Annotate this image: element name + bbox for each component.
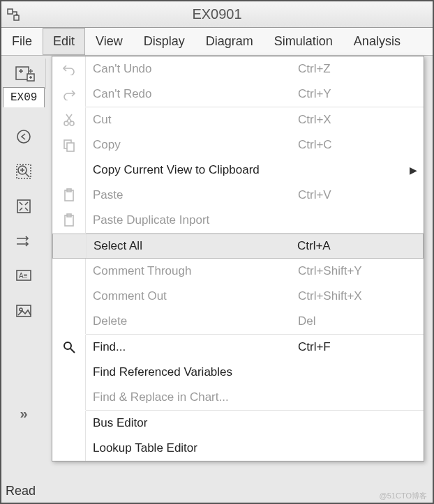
menu-item-shortcut: Ctrl+A: [297, 239, 402, 253]
annotation-icon[interactable]: A≡: [14, 266, 33, 286]
menu-analysis[interactable]: Analysis: [343, 28, 411, 55]
menu-item-shortcut: Ctrl+Y: [298, 87, 403, 101]
copy-icon: [52, 132, 86, 158]
status-text: Read: [6, 484, 36, 498]
svg-rect-15: [67, 143, 74, 151]
paste-icon: [52, 183, 86, 208]
expand-palette-icon[interactable]: »: [20, 406, 27, 422]
menu-item-label: Find Referenced Variables: [86, 365, 298, 379]
blank-icon: [52, 385, 86, 410]
menu-item-label: Lookup Table Editor: [86, 441, 298, 455]
menu-item-shortcut: Ctrl+C: [298, 138, 403, 152]
model-tab[interactable]: EX09: [3, 91, 45, 114]
menu-item-label: Copy: [86, 138, 298, 152]
menu-item-label: Paste Duplicate Inport: [86, 213, 298, 227]
menu-item-find-referenced-variables[interactable]: Find Referenced Variables: [52, 360, 424, 385]
menu-edit[interactable]: Edit: [43, 28, 85, 55]
menu-item-shortcut: Ctrl+F: [298, 340, 403, 354]
menu-item-select-all[interactable]: Select AllCtrl+A: [52, 234, 424, 259]
paste-icon: [52, 208, 86, 233]
svg-text:A≡: A≡: [19, 272, 28, 280]
menu-item-label: Bus Editor: [86, 416, 298, 430]
menu-item-shortcut: Ctrl+Shift+X: [298, 289, 403, 303]
fit-to-view-icon[interactable]: [14, 197, 33, 216]
blank-icon: [52, 360, 86, 385]
svg-rect-7: [17, 200, 30, 213]
menu-item-find-replace-in-chart: Find & Replace in Chart...: [52, 385, 424, 410]
svg-rect-0: [8, 9, 13, 14]
blank-icon: [52, 411, 86, 436]
menu-item-paste: PasteCtrl+V: [52, 183, 424, 208]
menu-simulation[interactable]: Simulation: [264, 28, 343, 55]
titlebar: EX0901: [1, 1, 433, 28]
menu-item-lookup-table-editor[interactable]: Lookup Table Editor: [52, 436, 424, 461]
menu-item-label: Comment Out: [86, 289, 298, 303]
menu-view[interactable]: View: [85, 28, 133, 55]
submenu-arrow-icon: ▶: [403, 165, 424, 176]
menu-item-copy-current-view-to-clipboard[interactable]: Copy Current View to Clipboard▶: [52, 158, 424, 183]
tab-label: EX09: [3, 87, 45, 107]
blank-icon: [53, 234, 87, 258]
menu-item-label: Can't Redo: [86, 87, 298, 101]
menu-item-copy: CopyCtrl+C: [52, 132, 424, 158]
menu-item-label: Select All: [87, 239, 297, 253]
edit-menu: Can't UndoCtrl+ZCan't RedoCtrl+YCutCtrl+…: [52, 56, 424, 461]
left-palette: A≡ »: [4, 117, 43, 422]
toolbar-new-model-button[interactable]: [4, 59, 46, 89]
back-icon[interactable]: [14, 127, 33, 146]
menu-diagram[interactable]: Diagram: [195, 28, 264, 55]
undo-icon: [52, 56, 86, 82]
menu-item-shortcut: Ctrl+V: [298, 188, 403, 202]
menu-item-label: Copy Current View to Clipboard: [86, 163, 298, 177]
zoom-in-icon[interactable]: [14, 162, 33, 181]
menu-item-shortcut: Ctrl+X: [298, 113, 403, 127]
menu-item-label: Delete: [86, 314, 298, 328]
blank-icon: [52, 284, 86, 309]
menubar: FileEditViewDisplayDiagramSimulationAnal…: [1, 28, 433, 56]
menu-item-shortcut: Ctrl+Z: [298, 62, 403, 76]
window-title: EX0901: [1, 6, 433, 22]
blank-icon: [52, 309, 86, 334]
menu-item-shortcut: Ctrl+Shift+Y: [298, 264, 403, 278]
blank-icon: [52, 436, 86, 461]
menu-file[interactable]: File: [1, 28, 43, 55]
menu-item-label: Find & Replace in Chart...: [86, 390, 298, 404]
blank-icon: [52, 259, 86, 284]
menu-display[interactable]: Display: [133, 28, 195, 55]
menu-item-can-t-redo: Can't RedoCtrl+Y: [52, 82, 424, 107]
svg-point-4: [17, 130, 30, 143]
menu-item-comment-through: Comment ThroughCtrl+Shift+Y: [52, 259, 424, 284]
watermark: @51CTO博客: [380, 491, 427, 501]
image-icon[interactable]: [14, 301, 33, 321]
menu-item-delete: DeleteDel: [52, 309, 424, 334]
app-icon: [6, 7, 21, 22]
menu-item-find[interactable]: Find...Ctrl+F: [52, 335, 424, 360]
menu-item-bus-editor[interactable]: Bus Editor: [52, 411, 424, 436]
menu-item-label: Can't Undo: [86, 62, 298, 76]
blank-icon: [52, 158, 86, 183]
menu-item-cut: CutCtrl+X: [52, 107, 424, 132]
app-window: EX0901 FileEditViewDisplayDiagramSimulat…: [0, 0, 434, 504]
menu-item-label: Find...: [86, 340, 298, 354]
menu-item-paste-duplicate-inport: Paste Duplicate Inport: [52, 208, 424, 233]
cut-icon: [52, 107, 86, 132]
menu-item-label: Cut: [86, 113, 298, 127]
menu-item-label: Comment Through: [86, 264, 298, 278]
menu-item-comment-out: Comment OutCtrl+Shift+X: [52, 284, 424, 309]
menu-item-can-t-undo: Can't UndoCtrl+Z: [52, 56, 424, 82]
menu-item-shortcut: Del: [298, 314, 403, 328]
search-icon: [52, 335, 86, 360]
svg-rect-1: [14, 15, 19, 20]
svg-point-11: [20, 308, 22, 311]
redo-icon: [52, 82, 86, 107]
arrows-right-icon[interactable]: [14, 231, 33, 251]
menu-item-label: Paste: [86, 188, 298, 202]
svg-point-20: [64, 342, 71, 349]
